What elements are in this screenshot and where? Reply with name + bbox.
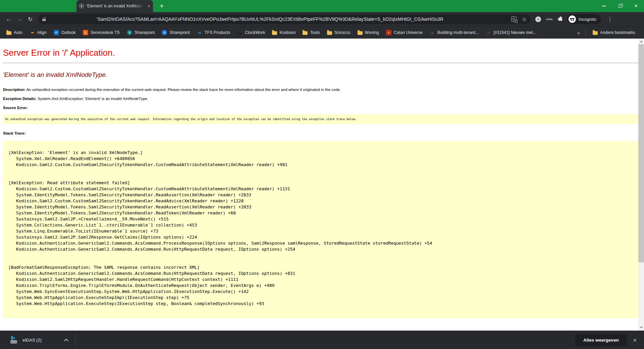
- menu-kebab-icon[interactable]: ⋮: [607, 16, 613, 22]
- stack-trace-label: Stack Trace:: [3, 131, 641, 135]
- translate-icon[interactable]: G: [511, 16, 517, 22]
- extensions-area: SAML Incognito ⋮: [535, 14, 613, 24]
- vertical-scrollbar[interactable]: [638, 39, 644, 331]
- other-bookmarks-button[interactable]: Andere bookmarks: [590, 29, 638, 36]
- description-label: Description:: [3, 88, 25, 92]
- tab-strip: 'Element' is an invalid XmlNodeType × + …: [0, 0, 644, 12]
- exception-details-line: Exception Details: System.Xml.XmlExcepti…: [3, 97, 641, 101]
- description-line: Description: An unhandled exception occu…: [3, 88, 641, 92]
- show-all-downloads-button[interactable]: Alles weergeven: [575, 334, 627, 346]
- download-bar-right: Alles weergeven ×: [575, 334, 644, 346]
- browser-toolbar: ← → ↻ 'Saml2/eIDAS/Acs?SAMLart=AAQAAYxFN…: [0, 12, 644, 26]
- clock-icon: [237, 30, 243, 35]
- bookmark-item[interactable]: Servicedesk TS: [80, 29, 122, 36]
- arc-icon: [486, 30, 491, 35]
- catan-icon: [386, 30, 391, 35]
- minimize-icon: [602, 6, 606, 6]
- sp-blue-icon: [162, 30, 167, 35]
- reload-button[interactable]: ↻: [25, 16, 36, 23]
- incognito-badge: Incognito: [567, 14, 601, 24]
- download-item[interactable]: eIDAS (2): [10, 336, 68, 344]
- error-subtitle: 'Element' is an invalid XmlNodeType.: [3, 71, 641, 79]
- bookmark-item[interactable]: Kodision: [270, 29, 298, 36]
- window-close-button[interactable]: ×: [628, 0, 644, 12]
- description-text: An unhandled exception occurred during t…: [25, 88, 341, 92]
- other-bookmarks-label: Andere bookmarks: [600, 30, 635, 35]
- scroll-down-icon: [640, 327, 643, 329]
- download-file-icon: [10, 336, 18, 344]
- globe-favicon: [79, 4, 84, 8]
- bookmarks-right-group: » Andere bookmarks: [575, 29, 640, 36]
- bookmark-item[interactable]: ClockWork: [235, 29, 267, 36]
- forward-button[interactable]: →: [14, 15, 25, 23]
- bookmark-item[interactable]: TFS Products: [195, 29, 232, 36]
- download-bar-separator: [75, 333, 75, 347]
- download-bar: eIDAS (2) Alles weergeven ×: [0, 331, 644, 349]
- folder-icon: [358, 31, 363, 35]
- download-bar-close-icon[interactable]: ×: [633, 337, 637, 343]
- bookmark-item[interactable]: Align: [27, 29, 49, 36]
- exception-details-label: Exception Details:: [3, 97, 37, 101]
- bookmark-item[interactable]: Outlook: [51, 29, 78, 36]
- saml-tracer-extension-icon[interactable]: SAML: [546, 18, 553, 20]
- browser-tab[interactable]: 'Element' is an invalid XmlNodeType ×: [76, 0, 153, 12]
- extensions-puzzle-icon[interactable]: [559, 17, 562, 21]
- dots-icon: [30, 30, 35, 35]
- tab-close-icon[interactable]: ×: [148, 4, 150, 8]
- window-controls: ×: [596, 0, 644, 12]
- scroll-up-arrow[interactable]: [638, 39, 644, 44]
- bookmark-item[interactable]: Building multi-tenant...: [427, 29, 481, 36]
- source-error-note: An unhandled exception was generated dur…: [3, 114, 641, 124]
- grid-icon: [83, 30, 88, 35]
- incognito-label: Incognito: [579, 17, 596, 22]
- exception-details-text: System.Xml.XmlException: 'Element' is an…: [37, 97, 148, 101]
- bookmark-item[interactable]: Auto: [4, 29, 25, 36]
- bookmark-item[interactable]: [#11541] Nieuwe met...: [484, 29, 539, 36]
- stack-trace-text: [XmlException: 'Element' is an invalid X…: [8, 150, 638, 307]
- folder-icon: [272, 31, 277, 35]
- scroll-up-icon: [640, 41, 643, 42]
- bookmark-item[interactable]: Catan Universe: [384, 29, 425, 36]
- chevron-up-icon[interactable]: [64, 339, 68, 343]
- bookmark-item[interactable]: Scirocco: [325, 29, 353, 36]
- extension-icon[interactable]: [535, 16, 541, 22]
- download-file-label: eIDAS (2): [22, 338, 42, 343]
- title-divider: [3, 63, 641, 63]
- bookmark-item[interactable]: Tools: [300, 29, 322, 36]
- sp-teal-icon: [127, 30, 132, 35]
- scrollbar-thumb[interactable]: [638, 44, 644, 262]
- bookmarks-separator: [586, 29, 586, 36]
- bookmarks-bar: Auto Align Outlook Servicedesk TS Sharep…: [0, 26, 644, 39]
- plus-dark-icon: [430, 30, 435, 35]
- outlook-icon: [54, 30, 59, 35]
- bookmarks-overflow-chevron[interactable]: »: [575, 30, 582, 36]
- page-content: Server Error in '/' Application. 'Elemen…: [0, 39, 644, 331]
- bookmark-item[interactable]: Woning: [355, 29, 381, 36]
- tab-title: 'Element' is an invalid XmlNodeType: [87, 4, 145, 8]
- bookmark-item[interactable]: Sharepoint: [159, 29, 192, 36]
- page-title: Server Error in '/' Application.: [3, 48, 641, 58]
- folder-icon: [593, 31, 598, 35]
- tfs-icon: [197, 30, 202, 35]
- minimize-button[interactable]: [596, 0, 612, 12]
- restore-button[interactable]: [612, 0, 628, 12]
- folder-icon: [6, 31, 11, 35]
- restore-icon: [619, 5, 622, 8]
- incognito-icon: [569, 15, 576, 23]
- folder-icon: [327, 31, 332, 35]
- back-button[interactable]: ←: [3, 15, 14, 23]
- lock-icon[interactable]: [42, 19, 46, 21]
- bookmarks-list: Auto Align Outlook Servicedesk TS Sharep…: [4, 29, 541, 36]
- new-tab-button[interactable]: +: [157, 1, 166, 11]
- url-text[interactable]: 'Saml2/eIDAS/Acs?SAMLart=AAQAAYxFNNO1nXV…: [97, 16, 511, 22]
- folder-icon: [303, 31, 308, 35]
- stack-trace-box: [XmlException: 'Element' is an invalid X…: [3, 141, 641, 318]
- scroll-down-arrow[interactable]: [638, 325, 644, 331]
- bookmark-star-icon[interactable]: ☆: [522, 16, 527, 22]
- bookmark-item[interactable]: Sharepoint: [124, 29, 157, 36]
- source-error-label: Source Error:: [3, 106, 641, 110]
- address-bar[interactable]: 'Saml2/eIDAS/Acs?SAMLart=AAQAAYxFNNO1nXV…: [38, 14, 531, 24]
